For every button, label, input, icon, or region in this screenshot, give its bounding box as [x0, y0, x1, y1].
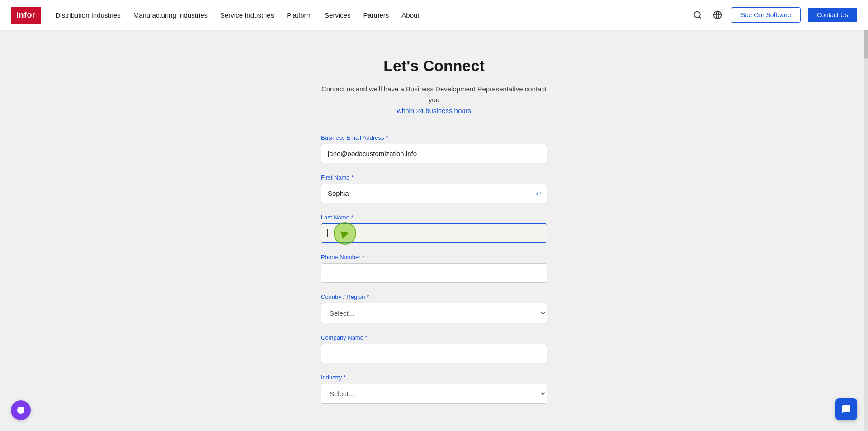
- chat-widget[interactable]: [835, 398, 857, 420]
- support-bubble-inner: [17, 407, 24, 414]
- nav-manufacturing-industries[interactable]: Manufacturing Industries: [133, 11, 208, 19]
- company-label: Company Name *: [321, 334, 547, 341]
- support-bubble[interactable]: [11, 400, 31, 420]
- nav-links: Distribution Industries Manufacturing In…: [56, 11, 692, 19]
- phone-field-group: Phone Number *: [321, 254, 547, 283]
- text-cursor: [327, 229, 328, 237]
- see-software-button[interactable]: See Our Software: [731, 7, 800, 23]
- enter-icon: ↵: [536, 189, 542, 198]
- page-subtitle: Contact us and we'll have a Business Dev…: [321, 84, 547, 116]
- search-button[interactable]: [691, 9, 704, 21]
- nav-services[interactable]: Services: [325, 11, 351, 19]
- industry-select[interactable]: Select... Distribution Manufacturing Hea…: [321, 384, 547, 404]
- country-field-group: Country / Region * Select... United Stat…: [321, 294, 547, 323]
- nav-partners[interactable]: Partners: [363, 11, 389, 19]
- email-field-group: Business Email Address *: [321, 134, 547, 163]
- country-label: Country / Region *: [321, 294, 547, 300]
- subtitle-part1: Contact us and we'll have a Business Dev…: [321, 85, 547, 104]
- contact-us-button[interactable]: Contact Us: [808, 8, 857, 22]
- logo[interactable]: infor: [11, 7, 41, 24]
- navbar: infor Distribution Industries Manufactur…: [0, 0, 868, 30]
- search-icon: [693, 10, 702, 19]
- first-name-field-group: First Name * ↵: [321, 174, 547, 203]
- email-label: Business Email Address *: [321, 134, 547, 141]
- globe-button[interactable]: [711, 9, 724, 21]
- industry-field-group: Industry * Select... Distribution Manufa…: [321, 374, 547, 404]
- first-name-input-wrapper: ↵: [321, 184, 547, 203]
- last-name-field-group: Last Name * ▶: [321, 214, 547, 243]
- company-field-group: Company Name *: [321, 334, 547, 363]
- navbar-actions: See Our Software Contact Us: [691, 7, 857, 23]
- first-name-label: First Name *: [321, 174, 547, 181]
- nav-about[interactable]: About: [401, 11, 419, 19]
- last-name-input[interactable]: [321, 223, 547, 243]
- svg-point-0: [694, 12, 700, 18]
- country-select[interactable]: Select... United States Canada United Ki…: [321, 303, 547, 323]
- chat-icon: [841, 404, 852, 415]
- nav-platform[interactable]: Platform: [287, 11, 312, 19]
- form-container: Let's Connect Contact us and we'll have …: [321, 57, 547, 415]
- last-name-label: Last Name *: [321, 214, 547, 221]
- first-name-input[interactable]: [321, 184, 547, 203]
- phone-label: Phone Number *: [321, 254, 547, 260]
- email-input[interactable]: [321, 144, 547, 163]
- nav-distribution-industries[interactable]: Distribution Industries: [56, 11, 121, 19]
- nav-service-industries[interactable]: Service Industries: [220, 11, 274, 19]
- industry-label: Industry *: [321, 374, 547, 381]
- company-input[interactable]: [321, 344, 547, 363]
- globe-icon: [713, 10, 722, 19]
- svg-line-1: [699, 17, 701, 19]
- scrollbar-track[interactable]: [864, 0, 868, 431]
- page-title: Let's Connect: [321, 57, 547, 75]
- phone-input[interactable]: [321, 263, 547, 283]
- last-name-input-wrapper: ▶: [321, 223, 547, 243]
- main-content: Let's Connect Contact us and we'll have …: [0, 30, 868, 431]
- subtitle-part2: within 24 business hours: [397, 107, 471, 114]
- logo-text[interactable]: infor: [11, 7, 41, 24]
